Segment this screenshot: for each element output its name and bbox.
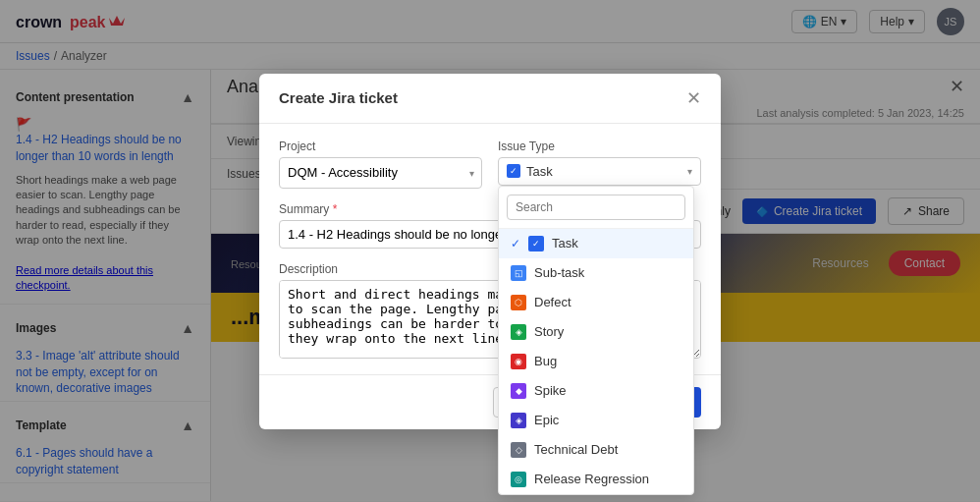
dropdown-item-label: Spike <box>534 383 567 398</box>
dropdown-item-story[interactable]: ◈ Story <box>499 317 693 347</box>
modal-overlay: Create Jira ticket ✕ Project DQM - Acces… <box>0 0 980 501</box>
check-icon: ✓ <box>511 237 520 251</box>
bug-type-icon: ◉ <box>511 354 526 369</box>
issue-type-dropdown-wrapper: Task ▾ ✓ ✓ Task <box>498 157 701 186</box>
dropdown-item-defect[interactable]: ⬡ Defect <box>499 288 693 317</box>
story-type-icon: ◈ <box>511 324 526 340</box>
technical-debt-type-icon: ◇ <box>511 442 526 458</box>
issue-type-value: Task <box>526 164 553 179</box>
dropdown-item-label: Epic <box>534 413 559 427</box>
dropdown-item-label: Defect <box>534 295 572 309</box>
release-regression-type-icon: ◎ <box>511 472 526 487</box>
dropdown-item-label: Release Regression <box>534 472 649 486</box>
issue-type-selector[interactable]: Task ▾ <box>498 157 701 186</box>
issue-type-label: Issue Type <box>498 139 701 153</box>
dropdown-item-spike[interactable]: ◆ Spike <box>499 376 693 406</box>
issue-type-dropdown-menu: ✓ ✓ Task ◱ Sub-task ⬡ Defect <box>498 186 694 495</box>
project-label: Project <box>279 139 482 153</box>
dropdown-item-technical-debt[interactable]: ◇ Technical Debt <box>499 435 693 465</box>
defect-type-icon: ⬡ <box>511 295 526 310</box>
dropdown-search-input[interactable] <box>507 195 685 220</box>
subtask-type-icon: ◱ <box>511 265 526 281</box>
dropdown-item-label: Sub-task <box>534 265 584 280</box>
dropdown-item-label: Task <box>552 236 578 251</box>
create-jira-modal: Create Jira ticket ✕ Project DQM - Acces… <box>259 74 721 429</box>
epic-type-icon: ◈ <box>511 413 526 428</box>
modal-close-button[interactable]: ✕ <box>686 87 701 109</box>
task-icon <box>507 164 520 178</box>
modal-body: Project DQM - Accessibility ▾ Issue Type… <box>259 124 721 374</box>
dropdown-search <box>499 187 693 229</box>
dropdown-item-task[interactable]: ✓ ✓ Task <box>499 229 693 258</box>
issue-type-field-group: Issue Type Task ▾ <box>498 139 701 189</box>
task-type-icon: ✓ <box>528 236 544 251</box>
modal-header: Create Jira ticket ✕ <box>259 74 721 124</box>
dropdown-item-label: Story <box>534 324 564 339</box>
issue-type-chevron-icon: ▾ <box>687 166 692 177</box>
spike-type-icon: ◆ <box>511 383 526 399</box>
dropdown-item-subtask[interactable]: ◱ Sub-task <box>499 258 693 288</box>
project-field-group: Project DQM - Accessibility ▾ <box>279 139 482 189</box>
project-select-wrap: DQM - Accessibility ▾ <box>279 157 482 189</box>
modal-title: Create Jira ticket <box>279 89 398 106</box>
dropdown-item-label: Bug <box>534 354 557 368</box>
dropdown-item-release-regression[interactable]: ◎ Release Regression <box>499 465 693 494</box>
project-select[interactable]: DQM - Accessibility <box>279 157 482 189</box>
form-row-top: Project DQM - Accessibility ▾ Issue Type… <box>279 139 701 189</box>
dropdown-item-label: Technical Debt <box>534 442 618 457</box>
dropdown-item-bug[interactable]: ◉ Bug <box>499 347 693 376</box>
dropdown-item-epic[interactable]: ◈ Epic <box>499 406 693 435</box>
required-indicator: * <box>333 202 338 216</box>
